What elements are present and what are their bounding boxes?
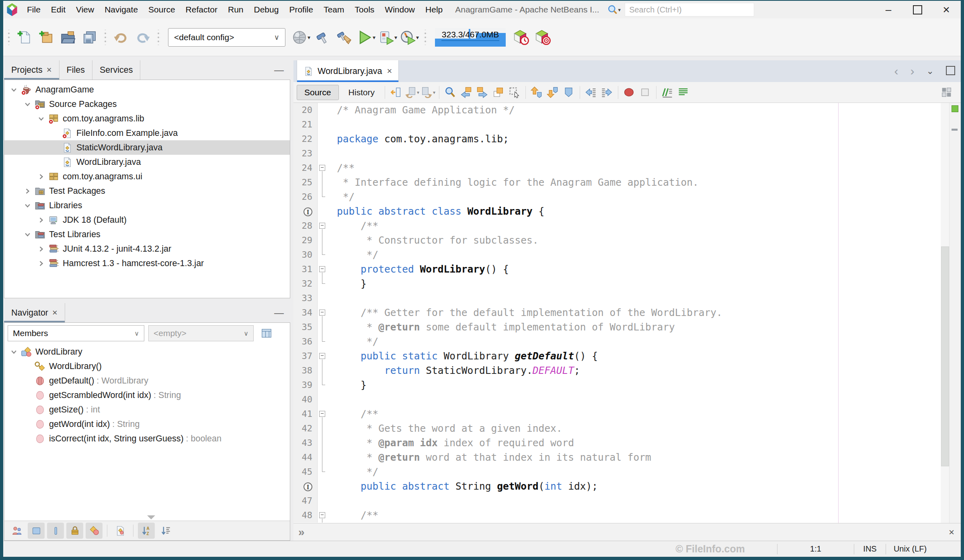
code-line-21[interactable]: 21 [293,117,961,132]
menu-refactor[interactable]: Refactor [180,5,223,14]
fold-collapse-icon[interactable] [319,512,325,518]
code-line-23[interactable]: 23 [293,146,961,161]
shift-line-right-button[interactable] [599,84,615,101]
expander-icon[interactable] [35,245,47,253]
find-next-occurrence-button[interactable] [474,84,490,101]
tree-item-libraries[interactable]: Libraries [4,198,290,213]
toolbar-grip[interactable] [7,30,11,45]
fold-collapse-icon[interactable] [319,411,325,417]
toolbar-grip[interactable] [156,30,160,45]
close-button[interactable]: × [932,1,961,18]
expander-icon[interactable] [35,216,47,224]
tab-projects[interactable]: Projects× [4,60,59,80]
minimize-button[interactable]: – [874,1,903,18]
profile-point-target-button[interactable] [532,26,554,49]
code-line-28[interactable]: 28 /** [293,219,961,233]
expander-icon[interactable] [35,260,47,267]
show-inherited-members-button[interactable] [8,523,25,539]
scroll-tabs-left-icon[interactable]: ‹ [894,65,898,77]
code-line-38[interactable]: 38 return StaticWordLibrary.DEFAULT; [293,363,961,378]
tree-item-staticwordlibrary-java[interactable]: StaticWordLibrary.java [4,140,290,155]
expander-icon[interactable] [21,231,33,238]
new-file-button[interactable] [14,26,35,49]
find-previous-occurrence-button[interactable] [458,84,474,101]
tree-item-hamcrest-1-3-hamcrest-core-1-3-jar[interactable]: Hamcrest 1.3 - hamcrest-core-1.3.jar [4,256,290,271]
tree-item-anagramgame[interactable]: AnagramGame [4,82,290,97]
toggle-rectangular-selection-button[interactable] [507,84,523,101]
run-project-button[interactable]: ▾ [355,26,377,49]
code-line-33[interactable]: 33 [293,291,961,306]
no-errors-indicator[interactable] [952,105,958,112]
code-line-32[interactable]: 32 } [293,277,961,291]
navigator-filter-select[interactable]: <empty>∨ [148,325,254,341]
tree-item-wordlibrary[interactable]: WordLibrary() [4,359,290,373]
tree-item-jdk-18-default[interactable]: JDK 18 (Default) [4,213,290,227]
sort-by-source-button[interactable] [157,523,174,539]
toggle-bookmark-button[interactable] [561,84,577,101]
code-line-48[interactable]: 48 /** [293,508,961,523]
projects-minimize-icon[interactable]: — [274,64,284,76]
code-line-42[interactable]: 42 * Gets the word at a given index. [293,421,961,436]
toolbar-grip[interactable] [423,30,427,45]
editor-scrollbar[interactable] [941,103,950,523]
redo-button[interactable] [132,26,154,49]
code-line-31[interactable]: 31 protected WordLibrary() { [293,262,961,277]
tab-list-dropdown-icon[interactable]: ⌄ [927,67,934,76]
show-fields-button[interactable] [28,523,45,539]
menu-tools[interactable]: Tools [349,5,379,14]
shift-line-left-button[interactable] [583,84,599,101]
expander-icon[interactable] [35,173,47,181]
search-icon[interactable] [607,4,618,15]
code-line-35[interactable]: 35 * @return some default implementation… [293,320,961,334]
menu-navigate[interactable]: Navigate [99,5,143,14]
maximize-editor-icon[interactable] [946,66,955,77]
previous-bookmark-button[interactable] [529,84,545,101]
find-selection-button[interactable] [442,84,458,101]
memory-monitor[interactable]: 323.3/467.0MB [435,28,506,47]
menu-edit[interactable]: Edit [46,5,71,14]
breadcrumb-expand-icon[interactable]: » [293,526,305,539]
code-line-40[interactable]: 40 [293,392,961,407]
fully-qualified-names-button[interactable] [112,523,129,539]
navigator-tab-close-icon[interactable]: × [52,308,57,318]
insert-mode[interactable]: INS [854,544,886,554]
search-input[interactable] [625,3,754,16]
navigator-minimize-icon[interactable]: — [274,307,284,318]
tree-item-com-toy-anagrams-ui[interactable]: com.toy.anagrams.ui [4,169,290,184]
menu-help[interactable]: Help [420,5,448,14]
code-line-24[interactable]: 24/** [293,161,961,175]
splitter-overflow-icon[interactable] [147,515,155,519]
source-view-button[interactable]: Source [297,85,339,100]
code-line-37[interactable]: 37 public static WordLibrary getDefault(… [293,349,961,363]
tree-item-getscrambledword-int-idx[interactable]: getScrambledWord(int idx) : String [4,388,290,402]
code-line-43[interactable]: 43 * @param idx index of required word [293,436,961,450]
code-line-27[interactable]: Ipublic abstract class WordLibrary { [293,204,961,219]
comment-button[interactable] [659,84,675,101]
tree-item-wordlibrary[interactable]: WordLibrary [4,345,290,359]
expander-icon[interactable] [8,86,20,94]
forward-button[interactable]: ▾ [420,84,436,101]
search-dropdown-caret[interactable]: ▾ [618,7,621,13]
scroll-tabs-right-icon[interactable]: › [911,65,915,77]
clean-and-build-project-button[interactable] [334,26,355,49]
debug-project-button[interactable]: ▾ [377,26,399,49]
show-static-members-button[interactable] [66,523,83,539]
code-line-25[interactable]: 25 * Interface defining logic for the An… [293,175,961,190]
fold-collapse-icon[interactable] [319,223,325,229]
tree-item-source-packages[interactable]: Source Packages [4,97,290,111]
code-line-22[interactable]: 22package com.toy.anagrams.lib; [293,132,961,146]
tree-item-wordlibrary-java[interactable]: WordLibrary.java [4,155,290,169]
fold-collapse-icon[interactable] [319,310,325,316]
tree-item-junit-4-13-2-junit-4-13-2-jar[interactable]: JUnit 4.13.2 - junit-4.13.2.jar [4,242,290,256]
menu-file[interactable]: File [22,5,46,14]
navigator-columns-button[interactable] [258,325,275,341]
code-line-47[interactable]: 47 [293,494,961,508]
editor-tab-close-icon[interactable]: × [387,66,392,76]
fold-collapse-icon[interactable] [319,266,325,272]
menu-run[interactable]: Run [223,5,249,14]
next-bookmark-button[interactable] [545,84,561,101]
code-editor[interactable]: 20/* Anagram Game Application */2122pack… [293,103,961,523]
show-non-public-members-button[interactable] [86,523,103,539]
tree-item-iscorrect-int-idx-string-userguess[interactable]: isCorrect(int idx, String userGuess) : b… [4,431,290,446]
code-line-45[interactable]: 45 */ [293,465,961,479]
